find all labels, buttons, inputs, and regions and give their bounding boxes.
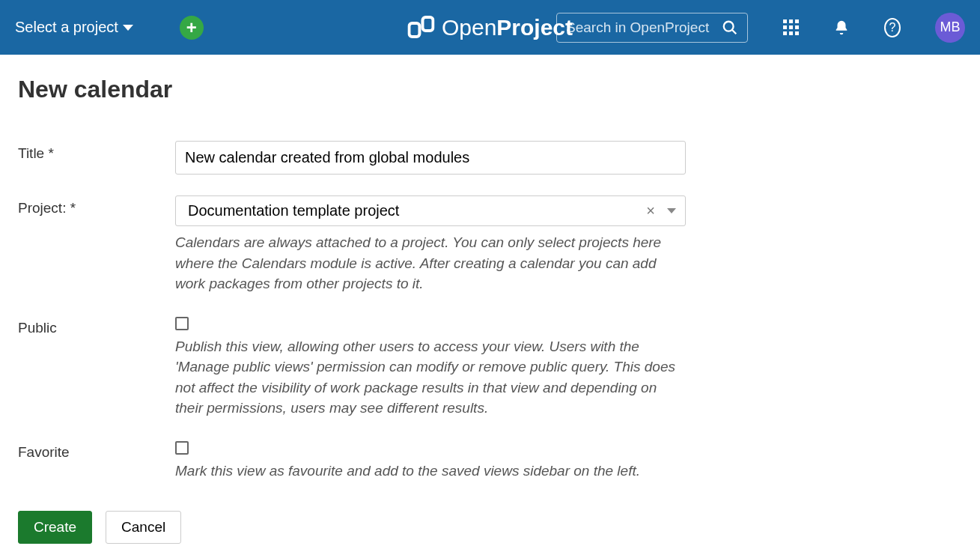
project-row: Project: Documentation template project … xyxy=(18,195,962,294)
grid-icon xyxy=(783,19,799,35)
search-icon xyxy=(722,19,738,36)
title-input[interactable] xyxy=(175,141,686,175)
create-button[interactable]: Create xyxy=(18,511,92,544)
main-content: New calendar Title Project: Documentatio… xyxy=(0,55,980,549)
svg-point-2 xyxy=(724,21,734,31)
title-row: Title xyxy=(18,141,962,175)
clear-icon[interactable]: × xyxy=(640,202,661,219)
project-selector[interactable]: Select a project xyxy=(15,19,133,36)
plus-icon: + xyxy=(186,17,197,38)
global-search[interactable] xyxy=(556,13,748,43)
search-input[interactable] xyxy=(566,19,722,36)
favorite-row: Favorite Mark this view as favourite and… xyxy=(18,440,962,482)
title-label: Title xyxy=(18,141,175,175)
top-navbar: Select a project + OpenProject xyxy=(0,0,980,55)
chevron-down-icon xyxy=(123,25,133,31)
notifications-button[interactable] xyxy=(833,19,850,36)
help-button[interactable]: ? xyxy=(884,19,901,36)
avatar-initials: MB xyxy=(940,19,961,35)
user-avatar[interactable]: MB xyxy=(935,13,965,43)
chevron-down-icon[interactable] xyxy=(667,208,676,213)
public-label: Public xyxy=(18,315,175,419)
openproject-logo-icon xyxy=(407,14,434,41)
question-mark-icon: ? xyxy=(884,18,901,37)
logo-text: OpenProject xyxy=(442,15,573,40)
project-select-input[interactable]: Documentation template project × xyxy=(175,195,686,226)
project-help-text: Calendars are always attached to a proje… xyxy=(175,232,686,294)
quick-add-button[interactable]: + xyxy=(180,16,204,40)
app-logo: OpenProject xyxy=(407,14,573,41)
bell-icon xyxy=(833,19,850,36)
favorite-checkbox[interactable] xyxy=(175,441,189,455)
public-checkbox[interactable] xyxy=(175,317,189,330)
favorite-label: Favorite xyxy=(18,440,175,482)
project-selected-value: Documentation template project xyxy=(188,202,640,219)
svg-rect-1 xyxy=(422,17,433,31)
cancel-button[interactable]: Cancel xyxy=(106,511,181,544)
public-row: Public Publish this view, allowing other… xyxy=(18,315,962,419)
modules-menu-button[interactable] xyxy=(782,19,799,36)
form-actions: Create Cancel xyxy=(18,511,962,544)
project-label: Project: xyxy=(18,195,175,294)
page-title: New calendar xyxy=(18,76,962,103)
project-selector-label: Select a project xyxy=(15,19,118,36)
public-help-text: Publish this view, allowing other users … xyxy=(175,336,686,419)
svg-rect-0 xyxy=(409,23,419,37)
favorite-help-text: Mark this view as favourite and add to t… xyxy=(175,461,686,482)
svg-line-3 xyxy=(732,29,737,34)
